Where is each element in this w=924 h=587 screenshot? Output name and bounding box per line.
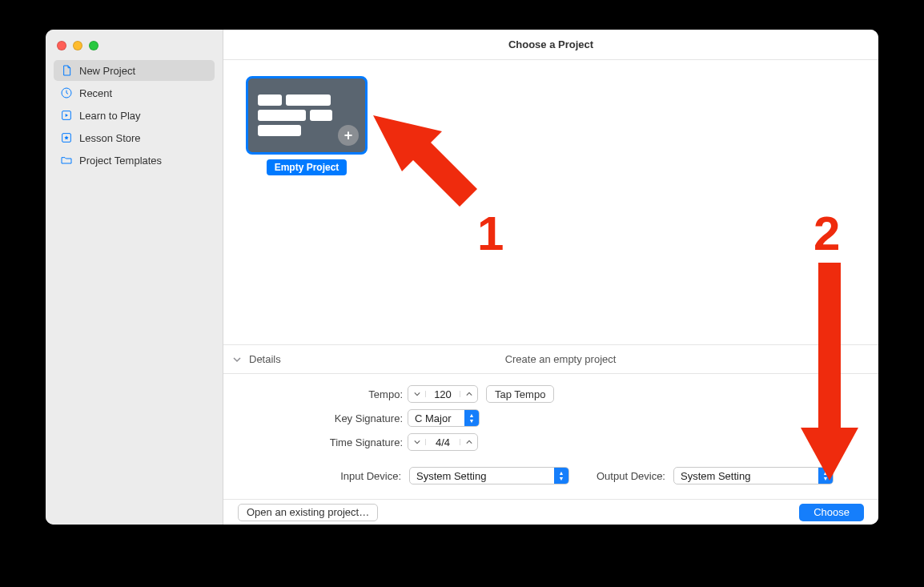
details-subtitle: Create an empty project (505, 353, 617, 365)
sidebar-item-learn[interactable]: Learn to Play (54, 105, 215, 126)
input-device-label: Input Device: (331, 470, 401, 482)
tap-tempo-label: Tap Tempo (495, 388, 545, 400)
minimize-icon[interactable] (73, 41, 82, 50)
updown-arrows-icon: ▲▼ (818, 468, 833, 484)
stepper-up-icon[interactable] (460, 391, 477, 397)
stepper-down-icon[interactable] (408, 439, 426, 445)
sidebar-item-label: Lesson Store (79, 132, 141, 144)
plus-icon: + (338, 125, 359, 146)
tempo-value[interactable]: 120 (426, 388, 460, 400)
document-icon (60, 64, 73, 77)
chevron-down-icon (223, 356, 243, 364)
zoom-icon[interactable] (89, 41, 98, 50)
template-grid: + Empty Project (223, 60, 878, 345)
main-panel: Choose a Project + Empty Project (223, 30, 878, 525)
key-signature-label: Key Signature: (243, 412, 403, 424)
details-header[interactable]: Details Create an empty project (223, 345, 878, 374)
sidebar: New Project Recent Learn to Play Lesson … (46, 30, 223, 525)
footer: Open an existing project… Choose (223, 500, 878, 525)
updown-arrows-icon: ▲▼ (554, 468, 568, 484)
project-chooser-window: New Project Recent Learn to Play Lesson … (46, 30, 878, 525)
details-form: Tempo: 120 Tap Tempo Ke (223, 374, 878, 484)
details-title: Details (249, 353, 281, 365)
input-device-select[interactable]: System Setting ▲▼ (409, 467, 569, 484)
sidebar-item-label: Learn to Play (79, 110, 141, 122)
tempo-stepper[interactable]: 120 (408, 385, 478, 403)
time-signature-label: Time Signature: (243, 436, 403, 448)
choose-button[interactable]: Choose (799, 504, 864, 521)
template-label: Empty Project (267, 159, 348, 175)
updown-arrows-icon: ▲▼ (464, 410, 479, 426)
stepper-down-icon[interactable] (408, 391, 426, 397)
output-device-value: System Setting (674, 470, 818, 482)
input-device-value: System Setting (410, 470, 554, 482)
time-signature-stepper[interactable]: 4/4 (408, 433, 478, 451)
sidebar-list: New Project Recent Learn to Play Lesson … (46, 57, 223, 174)
play-square-icon (60, 109, 73, 122)
folder-icon (60, 154, 73, 167)
sidebar-item-lesson-store[interactable]: Lesson Store (54, 127, 215, 148)
titlebar: Choose a Project (223, 30, 878, 60)
close-icon[interactable] (57, 41, 66, 50)
sidebar-item-label: Recent (79, 87, 112, 99)
tap-tempo-button[interactable]: Tap Tempo (486, 385, 554, 403)
key-signature-value: C Major (408, 412, 464, 424)
sidebar-item-recent[interactable]: Recent (54, 82, 215, 103)
window-title: Choose a Project (508, 38, 593, 50)
sidebar-item-templates[interactable]: Project Templates (54, 150, 215, 171)
open-existing-button[interactable]: Open an existing project… (238, 504, 378, 521)
window-controls (46, 30, 223, 57)
template-thumbnail: + (246, 76, 368, 155)
clock-icon (60, 86, 73, 99)
output-device-select[interactable]: System Setting ▲▼ (673, 467, 834, 484)
stepper-up-icon[interactable] (460, 439, 477, 445)
details-panel: Details Create an empty project Tempo: 1… (223, 345, 878, 500)
time-signature-value[interactable]: 4/4 (426, 436, 460, 448)
sidebar-item-label: Project Templates (79, 155, 162, 167)
open-existing-label: Open an existing project… (247, 506, 369, 518)
sidebar-item-label: New Project (79, 65, 135, 77)
choose-label: Choose (814, 506, 850, 518)
sidebar-item-new-project[interactable]: New Project (54, 60, 215, 81)
output-device-label: Output Device: (577, 470, 665, 482)
template-empty-project[interactable]: + Empty Project (246, 76, 368, 175)
star-square-icon (60, 131, 73, 144)
tempo-label: Tempo: (243, 388, 403, 400)
key-signature-select[interactable]: C Major ▲▼ (408, 409, 480, 427)
